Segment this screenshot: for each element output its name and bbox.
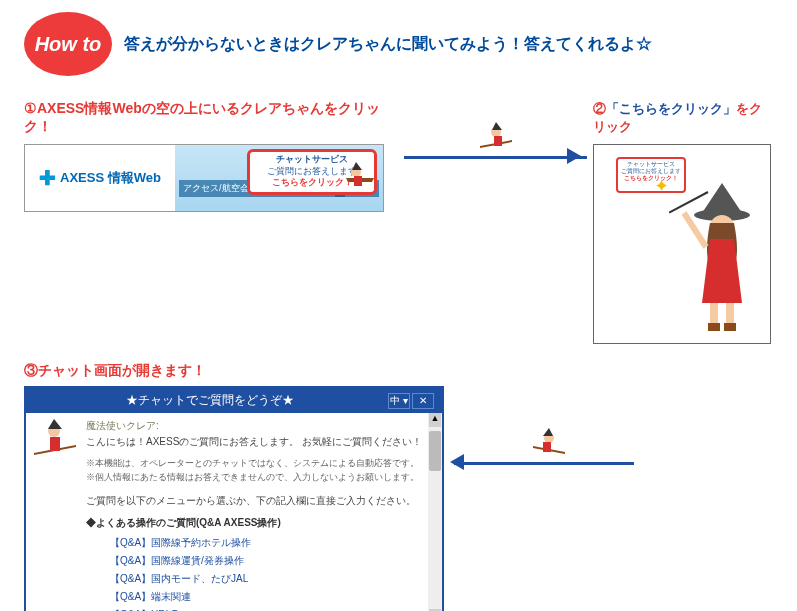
- prompt-text: ご質問を以下のメニューから選ぶか、下の記入欄に直接ご入力ください。: [86, 494, 432, 508]
- svg-marker-19: [48, 419, 62, 429]
- svg-rect-13: [726, 303, 734, 325]
- witch-icon: [531, 428, 567, 464]
- step2-panel: チャットサービス ご質問にお答えします こちらをクリック！ ✦: [593, 144, 771, 344]
- axess-logo-text: AXESS 情報Web: [60, 169, 161, 187]
- svg-marker-6: [492, 122, 502, 130]
- howto-header: How to 答えが分からないときはクレアちゃんに聞いてみよう！答えてくれるよ☆: [24, 12, 773, 76]
- chat-window: ★チャットでご質問をどうぞ★ 中 ▾ ✕ 魔法使いクレア: こんにちは！AXES…: [24, 386, 444, 611]
- lead-text: 答えが分からないときはクレアちゃんに聞いてみよう！答えてくれるよ☆: [124, 34, 652, 55]
- note1: ※本機能は、オペレーターとのチャットではなく、システムによる自動応答です。: [86, 457, 432, 471]
- speaker-name: 魔法使いクレア:: [86, 419, 432, 433]
- qa-link[interactable]: 【Q&A】国際線運賃/発券操作: [110, 552, 432, 570]
- scrollbar[interactable]: ▲ ▼: [428, 413, 442, 611]
- close-button[interactable]: ✕: [412, 393, 434, 409]
- qa-list: 【Q&A】国際線予約ホテル操作 【Q&A】国際線運賃/発券操作 【Q&A】国内モ…: [110, 534, 432, 611]
- step3-label: ③チャット画面が開きます！: [24, 362, 444, 380]
- chat-title: ★チャットでご質問をどうぞ★: [34, 392, 386, 409]
- note2: ※個人情報にあたる情報はお答えできませんので、入力しないようお願いします。: [86, 471, 432, 485]
- qa-link[interactable]: 【Q&A】URI-Pro: [110, 606, 432, 611]
- howto-badge: How to: [24, 12, 112, 76]
- qa-link[interactable]: 【Q&A】端末関連: [110, 588, 432, 606]
- step2-label: ②「こちらをクリック」をクリック: [593, 100, 773, 136]
- mini-chat-callout[interactable]: チャットサービス ご質問にお答えします こちらをクリック！: [616, 157, 686, 193]
- scroll-thumb[interactable]: [429, 431, 441, 471]
- witch-standing-icon: [682, 183, 762, 337]
- witch-icon: [342, 162, 378, 198]
- svg-rect-15: [724, 323, 736, 331]
- qa-link[interactable]: 【Q&A】国内モード、たびJAL: [110, 570, 432, 588]
- plus-icon: ✚: [39, 166, 56, 190]
- svg-rect-3: [354, 176, 362, 186]
- scroll-up-icon[interactable]: ▲: [429, 413, 441, 427]
- svg-rect-24: [543, 442, 551, 452]
- witch-avatar-icon: [32, 449, 78, 466]
- witch-icon: [478, 122, 514, 158]
- svg-marker-23: [543, 428, 553, 436]
- svg-rect-7: [494, 136, 502, 146]
- axess-logo: ✚ AXESS 情報Web: [25, 145, 175, 211]
- axess-banner: ✚ AXESS 情報Web アクセス/航空会社 などからのお知らせ サポート チ…: [24, 144, 384, 212]
- chat-titlebar: ★チャットでご質問をどうぞ★ 中 ▾ ✕: [26, 388, 442, 413]
- step1-label: ①AXESS情報Webの空の上にいるクレアちゃんをクリック！: [24, 100, 404, 136]
- greeting-text: こんにちは！AXESSのご質問にお答えします。 お気軽にご質問ください！: [86, 435, 432, 449]
- svg-marker-8: [702, 183, 742, 213]
- chat-callout[interactable]: チャットサービス ご質問にお答えします こちらをクリック！: [247, 149, 377, 195]
- svg-rect-12: [710, 303, 718, 325]
- sparkle-icon: ✦: [654, 175, 669, 197]
- arrow-left: [444, 442, 634, 482]
- svg-rect-20: [50, 437, 60, 451]
- qa-heading: ◆よくある操作のご質問(Q&A AXESS操作): [86, 516, 432, 530]
- qa-link[interactable]: 【Q&A】国際線予約ホテル操作: [110, 534, 432, 552]
- svg-marker-2: [352, 162, 362, 170]
- arrow-right: [404, 136, 587, 176]
- lang-button[interactable]: 中 ▾: [388, 393, 410, 409]
- svg-rect-14: [708, 323, 720, 331]
